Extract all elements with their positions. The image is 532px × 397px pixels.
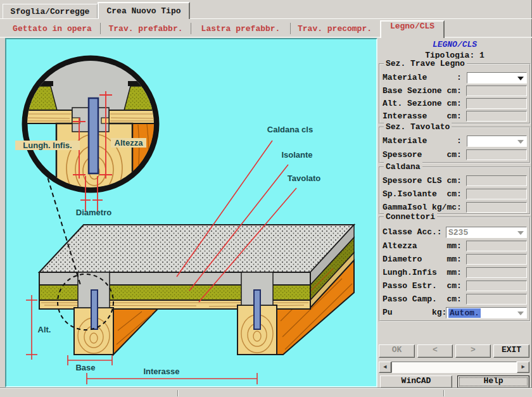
label-lungh-infis: Lungh. Infis.	[15, 141, 80, 150]
wincad-window: Sfoglia/Corregge Crea Nuovo Tipo Gettato…	[0, 0, 532, 397]
chevron-down-icon[interactable]	[517, 77, 524, 80]
floor-section-diagram	[6, 39, 379, 389]
label-tavolato: Tavolato	[279, 173, 329, 183]
right-connector	[254, 290, 260, 329]
scroll-left-icon[interactable]: ◄	[379, 362, 391, 373]
tab-legno-cls[interactable]: Legno/CLS	[380, 20, 445, 38]
passo-camp-label: Passo Camp. cm:	[383, 294, 462, 304]
classe-acc-label: Classe Acc.:	[383, 227, 442, 237]
label-diametro: Diametro	[69, 208, 118, 217]
slab-3d	[39, 225, 354, 355]
diagram-canvas: Lungh. Infis. Altezza Diametro Caldana c…	[5, 38, 377, 388]
passo-estr-input[interactable]	[466, 280, 527, 291]
spessore-cls-input[interactable]	[466, 175, 527, 186]
label-caldana-cls: Caldana cls	[257, 125, 323, 134]
panel-title: LEGNO/CLS	[380, 40, 529, 49]
scrollbar-track[interactable]	[391, 362, 517, 373]
tab-sfoglia-corregge[interactable]: Sfoglia/Corregge	[3, 4, 98, 18]
pu-combo[interactable]: Autom.	[446, 307, 527, 318]
help-button[interactable]: Help	[457, 375, 529, 388]
tab-row1-step	[0, 18, 532, 19]
label-alt: Alt.	[33, 325, 56, 334]
gamma-isol-label: GammaIsol kg/mc:	[383, 203, 462, 212]
exit-button[interactable]: EXIT	[493, 344, 529, 358]
pu-label: Pu kg:	[383, 308, 446, 317]
lungh-infis-input[interactable]	[466, 267, 527, 278]
interasse-label: Interasse cm:	[383, 111, 462, 121]
group-title: Sez. Tavolato	[384, 122, 452, 132]
group-title: Caldana	[384, 162, 422, 172]
group-title: Sez. Trave Legno	[384, 59, 467, 68]
diametro-conn-input[interactable]	[466, 254, 527, 265]
tab-trav-precompr[interactable]: Trav. precompr.	[291, 22, 378, 37]
group-connettori: Connettori Classe Acc.: S235 Altezza mm:…	[379, 217, 531, 322]
passo-camp-input[interactable]	[466, 294, 527, 305]
tab-crea-nuovo-tipo[interactable]: Crea Nuovo Tipo	[98, 2, 190, 19]
tab-trav-prefabbr[interactable]: Trav. prefabbr.	[101, 22, 190, 37]
next-button[interactable]: >	[455, 344, 491, 358]
wincad-button[interactable]: WinCAD	[380, 375, 452, 388]
materiale-trave-label: Materiale :	[383, 73, 462, 82]
label-interasse: Interasse	[133, 367, 190, 376]
tab-gettato-in-opera[interactable]: Gettato in opera	[5, 22, 99, 37]
scroll-right-icon[interactable]: ►	[517, 362, 529, 373]
materiale-tavolato-combo[interactable]	[467, 135, 527, 147]
prev-button[interactable]: <	[417, 344, 453, 358]
base-sezione-label: Base Sezione cm:	[383, 86, 462, 96]
altezza-conn-label: Altezza mm:	[383, 241, 462, 251]
left-connector	[91, 290, 98, 329]
classe-acc-combo[interactable]: S235	[446, 227, 527, 238]
diametro-conn-label: Diametro mm:	[383, 255, 462, 264]
alt-sezione-input[interactable]	[466, 98, 527, 109]
spessore-tavolato-label: Spessore cm:	[383, 150, 462, 160]
chevron-down-icon[interactable]	[517, 312, 524, 315]
chevron-down-icon[interactable]	[517, 140, 524, 144]
detail-circle	[22, 56, 160, 211]
detail-connector	[89, 98, 98, 173]
label-isolante: Isolante	[273, 150, 321, 160]
materiale-trave-combo[interactable]	[467, 72, 527, 84]
spessore-cls-label: Spessore CLS cm:	[383, 176, 462, 186]
gamma-isol-input[interactable]	[466, 202, 527, 213]
tab-lastra-prefabbr[interactable]: Lastra prefabbr.	[192, 22, 289, 37]
lungh-infis-label: Lungh.Infis mm:	[383, 268, 462, 277]
passo-estr-label: Passo Estr. cm:	[383, 281, 462, 291]
chevron-down-icon[interactable]	[517, 231, 524, 235]
status-bar	[0, 388, 532, 397]
alt-sezione-label: Alt. Sezione cm:	[383, 99, 462, 108]
label-base: Base	[70, 363, 101, 372]
left-beam-side-face	[113, 309, 158, 355]
group-sez-trave-legno: Sez. Trave Legno Materiale : Base Sezion…	[379, 63, 531, 124]
group-caldana: Caldana Spessore CLS cm: Sp.Isolante cm:…	[379, 167, 531, 215]
base-sezione-input[interactable]	[466, 85, 527, 96]
spessore-tavolato-input[interactable]	[466, 149, 527, 160]
sp-isolante-label: Sp.Isolante cm:	[383, 189, 462, 199]
materiale-tavolato-label: Materiale :	[383, 136, 462, 146]
interasse-input[interactable]	[466, 111, 527, 122]
sp-isolante-input[interactable]	[466, 189, 527, 199]
label-altezza: Altezza	[111, 138, 146, 148]
group-sez-tavolato: Sez. Tavolato Materiale : Spessore cm:	[379, 127, 531, 163]
ok-button[interactable]: OK	[379, 344, 415, 358]
group-title: Connettori	[384, 212, 437, 222]
altezza-conn-input[interactable]	[466, 241, 527, 251]
